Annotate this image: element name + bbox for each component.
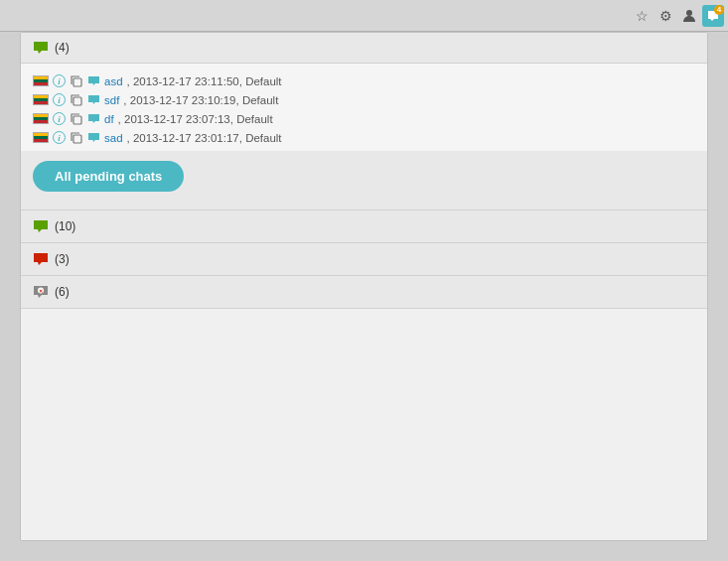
chat-green-icon-active <box>33 219 49 233</box>
svg-text:✕: ✕ <box>39 288 43 294</box>
active-section-row[interactable]: (10) <box>21 210 707 243</box>
pending-section: (4) i asd , 2013-12-17 23:11: <box>21 33 707 210</box>
pending-chat-items: i asd , 2013-12-17 23:11:50, Default <box>21 64 707 151</box>
chat-link[interactable]: sdf <box>104 94 119 106</box>
svg-point-0 <box>686 10 692 16</box>
popup-panel: (4) i asd , 2013-12-17 23:11: <box>20 32 708 541</box>
info-icon[interactable]: i <box>53 112 66 125</box>
extension-badge: 4 <box>714 5 724 15</box>
copy-icon[interactable] <box>70 112 82 125</box>
svg-rect-2 <box>73 97 81 105</box>
chat-timestamp: , 2013-12-17 23:11:50, Default <box>127 75 282 87</box>
chat-timestamp: , 2013-12-17 23:01:17, Default <box>127 132 282 144</box>
copy-icon[interactable] <box>70 131 82 144</box>
chat-small-icon <box>86 75 100 87</box>
svg-rect-1 <box>73 78 81 86</box>
chat-gray-icon: ✕ <box>33 285 49 299</box>
chat-timestamp: , 2013-12-17 23:10:19, Default <box>123 94 278 106</box>
bookmark-icon[interactable]: ☆ <box>631 5 653 27</box>
flag-lt-icon <box>33 113 49 124</box>
missed-count: (6) <box>55 285 70 299</box>
active-count: (10) <box>55 219 75 233</box>
chat-link[interactable]: df <box>104 113 114 125</box>
info-icon[interactable]: i <box>53 131 66 144</box>
chat-small-icon <box>86 94 100 106</box>
flag-lt-icon <box>33 75 49 86</box>
copy-icon[interactable] <box>70 74 82 87</box>
chat-item: i sad , 2013-12-17 23:01:17, Default <box>33 128 695 147</box>
extension-icon[interactable]: 4 <box>702 5 724 27</box>
chat-link[interactable]: asd <box>104 75 123 87</box>
info-icon[interactable]: i <box>53 93 66 106</box>
chat-item: i asd , 2013-12-17 23:11:50, Default <box>33 71 695 90</box>
gear-icon[interactable]: ⚙ <box>655 5 676 27</box>
copy-icon[interactable] <box>70 93 82 106</box>
chat-small-icon <box>86 132 100 144</box>
missed-section-row[interactable]: ✕ (6) <box>21 276 707 309</box>
person-icon[interactable] <box>678 5 700 27</box>
chat-link[interactable]: sad <box>104 132 123 144</box>
chat-green-icon <box>33 41 49 55</box>
all-pending-chats-button[interactable]: All pending chats <box>33 161 184 192</box>
pending-section-header[interactable]: (4) <box>21 33 707 64</box>
offline-section-row[interactable]: (3) <box>21 243 707 276</box>
chat-small-icon <box>86 113 100 125</box>
offline-count: (3) <box>55 252 70 266</box>
chat-item: i df , 2013-12-17 23:07:13, Default <box>33 109 695 128</box>
pending-count: (4) <box>55 41 70 55</box>
browser-toolbar: ☆ ⚙ 4 <box>0 0 728 32</box>
chat-timestamp: , 2013-12-17 23:07:13, Default <box>118 113 273 125</box>
svg-rect-3 <box>73 116 81 124</box>
svg-rect-4 <box>73 135 81 143</box>
info-icon[interactable]: i <box>53 74 66 87</box>
flag-lt-icon <box>33 132 49 143</box>
flag-lt-icon <box>33 94 49 105</box>
chat-red-icon <box>33 252 49 266</box>
chat-item: i sdf , 2013-12-17 23:10:19, Default <box>33 90 695 109</box>
